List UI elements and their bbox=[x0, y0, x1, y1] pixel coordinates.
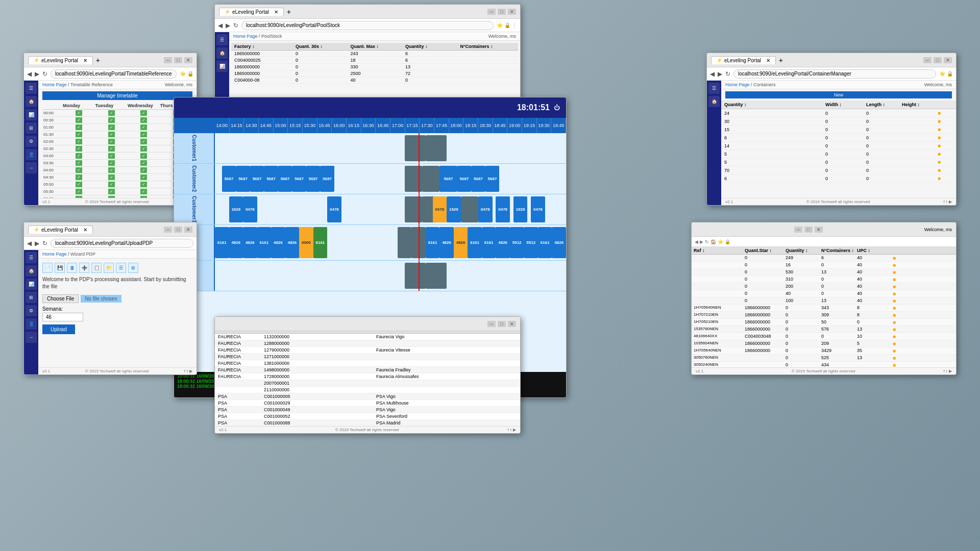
schedule-block[interactable]: 6161 bbox=[468, 227, 482, 258]
reload-btn-u[interactable]: ↻ bbox=[42, 240, 47, 247]
icon-folder[interactable]: 📁 bbox=[104, 263, 114, 273]
rt-cell-action[interactable]: ■ bbox=[893, 348, 918, 354]
cg-cell-action[interactable]: ■ bbox=[938, 151, 953, 157]
schedule-block[interactable]: 5512 bbox=[510, 227, 524, 258]
sidebar-chart[interactable]: 📊 bbox=[216, 61, 228, 72]
cg-cell-action[interactable]: ■ bbox=[938, 167, 953, 173]
cg-cell-action[interactable]: ■ bbox=[938, 143, 953, 148]
back-btn-u[interactable]: ◀ bbox=[27, 240, 32, 247]
cg-cell-action[interactable]: ■ bbox=[938, 118, 953, 124]
reload-btn-c[interactable]: ↻ bbox=[725, 70, 730, 78]
icon-list[interactable]: ☰ bbox=[116, 263, 126, 273]
tt-url-input[interactable] bbox=[51, 69, 177, 79]
schedule-block[interactable]: 0478 bbox=[531, 196, 545, 222]
u-breadcrumb-home[interactable]: Home Page bbox=[42, 252, 67, 257]
icon-save[interactable]: 💾 bbox=[55, 263, 65, 273]
url-input[interactable] bbox=[241, 21, 494, 30]
schedule-block[interactable]: 5687 bbox=[236, 166, 250, 192]
timetable-tab[interactable]: ⚡ eLeveling Portal ✕ bbox=[28, 56, 93, 64]
schedule-block[interactable]: 0000 bbox=[299, 227, 313, 258]
tt-breadcrumb-home[interactable]: Home Page bbox=[42, 82, 67, 87]
breadcrumb-home[interactable]: Home Page bbox=[233, 34, 258, 39]
schedule-block[interactable]: 4826 bbox=[271, 227, 285, 258]
minimize-btn-c[interactable]: ─ bbox=[923, 57, 932, 63]
schedule-block[interactable] bbox=[426, 135, 447, 161]
icon-trash[interactable]: 🗑 bbox=[67, 263, 77, 273]
c-sidebar-home[interactable]: 🏠 bbox=[708, 96, 720, 107]
schedule-block[interactable] bbox=[398, 227, 412, 258]
maximize-btn-u[interactable]: □ bbox=[174, 227, 182, 233]
back-btn[interactable]: ◀ bbox=[218, 22, 223, 29]
schedule-block[interactable] bbox=[405, 263, 426, 289]
container-tab[interactable]: ⚡ eLeveling Portal ✕ bbox=[711, 56, 776, 64]
schedule-block[interactable]: 1929 bbox=[447, 196, 461, 222]
reload-btn[interactable]: ↻ bbox=[233, 22, 238, 29]
tab-close-tt[interactable]: ✕ bbox=[83, 58, 87, 63]
schedule-block[interactable]: 5687 bbox=[457, 166, 472, 192]
new-tab-btn[interactable]: + bbox=[287, 8, 291, 16]
schedule-block[interactable]: 5687 bbox=[485, 166, 500, 192]
schedule-block[interactable]: 6161 bbox=[482, 227, 496, 258]
schedule-block[interactable]: 5687 bbox=[306, 166, 321, 192]
back-btn-c[interactable]: ◀ bbox=[710, 70, 715, 78]
c-sidebar-menu[interactable]: ☰ bbox=[708, 83, 720, 94]
restore-btn-rt[interactable]: □ bbox=[804, 227, 813, 233]
u-sidebar-exit[interactable]: → bbox=[26, 332, 37, 343]
tab-close-u[interactable]: ✕ bbox=[83, 227, 87, 233]
icon-doc[interactable]: 📄 bbox=[42, 263, 53, 273]
u-sidebar-settings[interactable]: ⚙ bbox=[26, 305, 37, 316]
u-sidebar-grid[interactable]: ⊞ bbox=[26, 292, 37, 303]
schedule-block[interactable]: 0478 bbox=[433, 196, 447, 222]
minimize-btn[interactable]: ─ bbox=[487, 9, 496, 15]
rt-cell-action[interactable]: ■ bbox=[893, 362, 918, 367]
schedule-block[interactable]: 0478 bbox=[478, 196, 493, 222]
schedule-block[interactable]: 6161 bbox=[257, 227, 272, 258]
close-btn-tt[interactable]: ✕ bbox=[184, 57, 192, 63]
new-container-btn[interactable]: New bbox=[725, 91, 952, 98]
schedule-block[interactable]: 4826 bbox=[439, 227, 454, 258]
schedule-block[interactable]: 5687 bbox=[278, 166, 292, 192]
rt-cell-action[interactable]: ■ bbox=[893, 277, 918, 282]
schedule-block[interactable] bbox=[405, 135, 426, 161]
restore-btn[interactable]: □ bbox=[498, 9, 506, 15]
tt-sidebar-grid[interactable]: ⊞ bbox=[26, 122, 37, 134]
tt-sidebar-chart[interactable]: 📊 bbox=[26, 109, 37, 120]
icon-grid2[interactable]: ⊞ bbox=[128, 263, 138, 273]
forward-btn-c[interactable]: ▶ bbox=[718, 70, 722, 78]
cg-cell-action[interactable]: ■ bbox=[938, 176, 953, 181]
rt-cell-action[interactable]: ■ bbox=[893, 298, 918, 304]
restore-btn-c[interactable]: □ bbox=[934, 57, 942, 63]
close-btn-u[interactable]: ✕ bbox=[184, 227, 192, 233]
new-tab-btn-c[interactable]: + bbox=[779, 56, 783, 64]
schedule-block[interactable]: 5687 bbox=[439, 166, 457, 192]
tt-sidebar-home[interactable]: 🏠 bbox=[26, 96, 37, 107]
cg-cell-action[interactable]: ■ bbox=[938, 159, 953, 165]
schedule-block[interactable]: 0478 bbox=[496, 196, 510, 222]
schedule-block[interactable]: 4826 bbox=[285, 227, 300, 258]
u-sidebar-chart[interactable]: 📊 bbox=[26, 279, 37, 290]
rt-cell-action[interactable]: ■ bbox=[893, 312, 918, 318]
minimize-btn-tt[interactable]: ─ bbox=[164, 57, 172, 63]
rt-cell-action[interactable]: ■ bbox=[893, 262, 918, 268]
restore-btn-pdp[interactable]: □ bbox=[498, 321, 506, 327]
tab-close-c[interactable]: ✕ bbox=[766, 58, 770, 63]
icon-plus[interactable]: ➕ bbox=[79, 263, 89, 273]
schedule-block[interactable]: 1929 bbox=[229, 196, 243, 222]
u-url-input[interactable] bbox=[51, 239, 193, 248]
schedule-block[interactable]: 0478 bbox=[327, 196, 341, 222]
schedule-block[interactable]: 6161 bbox=[538, 227, 552, 258]
schedule-block[interactable]: 4826 bbox=[454, 227, 468, 258]
schedule-block[interactable]: 4826 bbox=[496, 227, 510, 258]
rt-cell-action[interactable]: ■ bbox=[893, 284, 918, 289]
tt-sidebar-person[interactable]: 👤 bbox=[26, 149, 37, 160]
schedule-block[interactable]: 6161 bbox=[215, 227, 229, 258]
schedule-block[interactable]: 5687 bbox=[250, 166, 264, 192]
schedule-block[interactable] bbox=[461, 196, 478, 222]
u-sidebar-home[interactable]: 🏠 bbox=[26, 265, 37, 277]
sidebar-menu[interactable]: ☰ bbox=[216, 34, 228, 45]
u-sidebar-menu[interactable]: ☰ bbox=[26, 252, 37, 263]
schedule-block[interactable]: 4826 bbox=[229, 227, 243, 258]
schedule-block[interactable]: 5687 bbox=[471, 166, 485, 192]
close-btn-rt[interactable]: ✕ bbox=[815, 227, 823, 233]
cg-cell-action[interactable]: ■ bbox=[938, 110, 953, 116]
